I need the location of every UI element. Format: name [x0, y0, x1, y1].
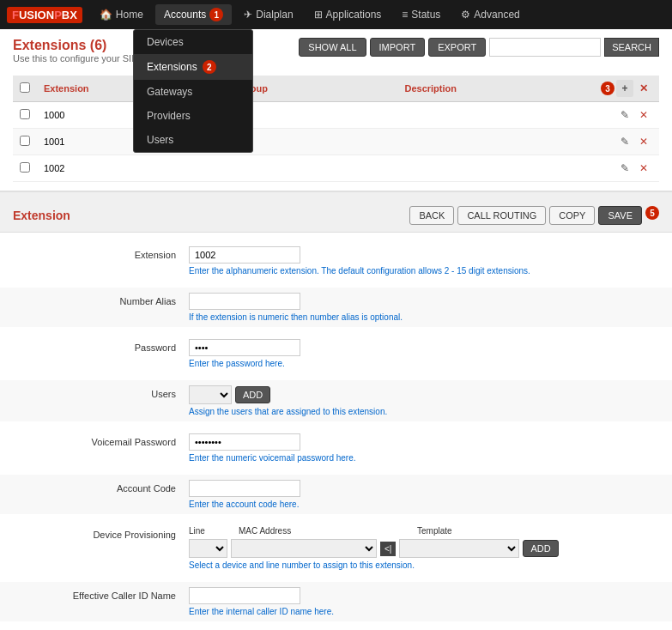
logo-text: FUSIONPBX	[7, 7, 82, 23]
accounts-dropdown: Devices Extensions 2 Gateways Providers …	[133, 29, 253, 153]
search-input[interactable]	[489, 38, 601, 57]
content-area: Extensions (6) Use this to configure you…	[0, 29, 672, 630]
voicemail-password-input[interactable]	[189, 433, 300, 451]
nav-status[interactable]: ≡ Status	[393, 5, 449, 24]
delete-all-button[interactable]: ✕	[635, 80, 652, 97]
users-label: Users	[17, 385, 189, 399]
extension-field-row: Extension Enter the alphanumeric extensi…	[17, 241, 655, 281]
row-checkbox-1000[interactable]	[20, 109, 30, 119]
number-alias-row: Number Alias If the extension is numeric…	[0, 288, 672, 327]
number-alias-hint: If the extension is numeric then number …	[189, 312, 655, 322]
extension-input[interactable]	[189, 246, 300, 264]
mac-icon-button[interactable]: <|	[380, 542, 396, 556]
copy-button[interactable]: COPY	[549, 206, 595, 225]
dropdown-devices[interactable]: Devices	[134, 30, 252, 54]
password-input[interactable]	[189, 339, 300, 356]
nav-items: 🏠 Home Accounts 1 ✈ Dialplan ⊞ Applicati…	[91, 4, 529, 25]
col-mac-label: MAC Address	[239, 526, 410, 536]
effective-caller-id-name-row: Effective Caller ID Name Enter the inter…	[0, 582, 672, 621]
line-select[interactable]	[189, 539, 227, 558]
voicemail-password-field-content: Enter the numeric voicemail password her…	[189, 433, 655, 463]
dropdown-users[interactable]: Users	[134, 128, 252, 152]
users-row: Users ADD Assign the users that are assi…	[0, 380, 672, 421]
device-provisioning-content: Line MAC Address Template <| ADD Select …	[189, 526, 655, 570]
nav-dialplan[interactable]: ✈ Dialplan	[235, 5, 301, 24]
device-prov-labels: Line MAC Address Template	[189, 526, 655, 536]
delete-1000-button[interactable]: ✕	[635, 106, 652, 124]
row-checkbox-1002[interactable]	[20, 162, 30, 173]
device-provisioning-label: Device Provisioning	[17, 526, 189, 540]
row-checkbox-1001[interactable]	[20, 136, 30, 146]
effective-caller-id-name-input[interactable]	[189, 587, 300, 604]
account-code-input[interactable]	[189, 480, 300, 497]
advanced-icon: ⚙	[461, 9, 470, 21]
edit-1000-button[interactable]: ✎	[616, 106, 633, 124]
account-code-label: Account Code	[17, 480, 189, 494]
template-select[interactable]	[399, 539, 519, 558]
accounts-label: Accounts	[164, 9, 206, 21]
form-header: Extension BACK CALL ROUTING COPY SAVE 5	[0, 199, 672, 233]
back-button[interactable]: BACK	[409, 206, 454, 225]
form-title: Extension	[13, 209, 70, 222]
nav-advanced[interactable]: ⚙ Advanced	[452, 5, 528, 24]
row-actions-1002: ✎ ✕	[601, 160, 652, 177]
nav-home[interactable]: 🏠 Home	[91, 5, 152, 24]
users-select[interactable]	[189, 385, 232, 404]
save-button[interactable]: SAVE	[598, 206, 642, 225]
search-button[interactable]: SEARCH	[604, 38, 659, 57]
effective-caller-id-name-content: Enter the internal caller ID name here.	[189, 587, 655, 616]
add-extension-button[interactable]: +	[616, 80, 633, 97]
delete-1002-button[interactable]: ✕	[635, 160, 652, 177]
applications-icon: ⊞	[314, 9, 323, 21]
extensions-badge: 2	[203, 60, 216, 74]
table-actions-badge: 3	[601, 82, 614, 95]
export-button[interactable]: EXPORT	[428, 38, 486, 57]
extension-form-panel: Extension BACK CALL ROUTING COPY SAVE 5 …	[0, 199, 672, 630]
accounts-badge: 1	[209, 8, 223, 21]
col-actions: 3 + ✕	[594, 76, 659, 102]
edit-1001-button[interactable]: ✎	[616, 133, 633, 150]
edit-1002-button[interactable]: ✎	[616, 160, 633, 177]
row-actions-1001: ✎ ✕	[601, 133, 652, 150]
toolbar-buttons: SHOW ALL IMPORT EXPORT SEARCH	[299, 38, 659, 57]
effective-caller-id-name-hint: Enter the internal caller ID name here.	[189, 607, 655, 616]
account-code-field-content: Enter the account code here.	[189, 480, 655, 509]
home-icon: 🏠	[100, 9, 112, 21]
number-alias-field-content: If the extension is numeric then number …	[189, 293, 655, 322]
mac-select[interactable]	[231, 539, 377, 558]
col-description: Description	[397, 76, 594, 102]
device-prov-inputs: <| ADD	[189, 539, 655, 558]
col-template-label: Template	[417, 526, 452, 536]
users-add-button[interactable]: ADD	[235, 386, 270, 403]
show-all-button[interactable]: SHOW ALL	[299, 38, 366, 57]
import-button[interactable]: IMPORT	[370, 38, 426, 57]
logo: FUSIONPBX	[7, 7, 82, 23]
delete-1001-button[interactable]: ✕	[635, 133, 652, 150]
effective-caller-id-name-label: Effective Caller ID Name	[17, 587, 189, 601]
dialplan-icon: ✈	[244, 9, 252, 21]
device-provisioning-hint: Select a device and line number to assig…	[189, 560, 655, 570]
password-hint: Enter the password here.	[189, 359, 655, 368]
table-row: 1000 ✎ ✕	[13, 102, 659, 129]
ext-1002: 1002	[37, 155, 213, 182]
call-routing-button[interactable]: CALL ROUTING	[457, 206, 546, 225]
top-navigation: FUSIONPBX 🏠 Home Accounts 1 ✈ Dialplan ⊞…	[0, 0, 672, 29]
select-all-checkbox[interactable]	[20, 82, 30, 93]
table-row: 1002 ✎ ✕	[13, 155, 659, 182]
voicemail-password-label: Voicemail Password	[17, 433, 189, 447]
number-alias-label: Number Alias	[17, 293, 189, 306]
dropdown-providers[interactable]: Providers	[134, 104, 252, 128]
device-add-button[interactable]: ADD	[523, 540, 558, 557]
extension-label: Extension	[17, 246, 189, 260]
extensions-table: Extension Call Group Description 3 + ✕	[13, 76, 659, 182]
row-actions-1000: ✎ ✕	[601, 106, 652, 124]
nav-accounts[interactable]: Accounts 1	[155, 4, 232, 25]
password-field-content: Enter the password here.	[189, 339, 655, 368]
nav-applications[interactable]: ⊞ Applications	[306, 5, 390, 24]
save-badge: 5	[645, 206, 659, 220]
number-alias-input[interactable]	[189, 293, 300, 310]
form-body: Extension Enter the alphanumeric extensi…	[0, 233, 672, 630]
dropdown-gateways[interactable]: Gateways	[134, 80, 252, 104]
users-field-content: ADD Assign the users that are assigned t…	[189, 385, 655, 416]
dropdown-extensions[interactable]: Extensions 2	[134, 54, 252, 80]
